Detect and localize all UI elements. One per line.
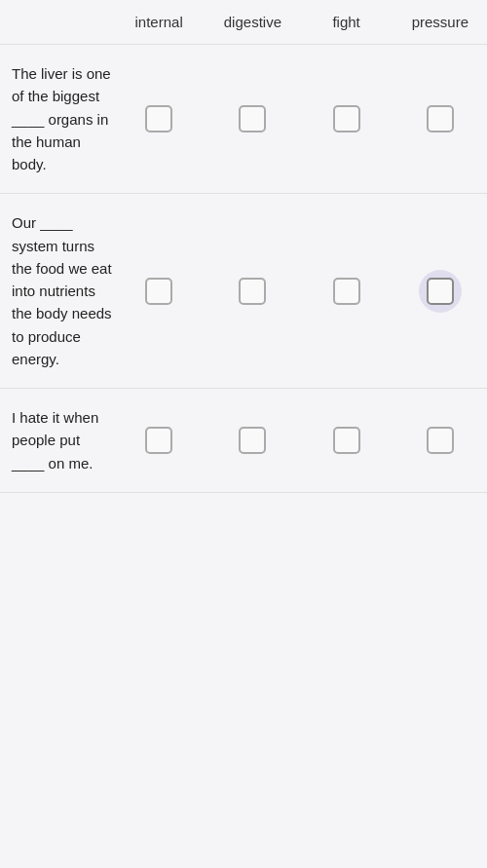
header-row: internaldigestivefightpressure — [0, 0, 487, 45]
question-row-q1: The liver is one of the biggest ____ org… — [0, 45, 487, 194]
checkbox-q3-fight[interactable] — [325, 419, 368, 462]
checkbox-inner-q1-pressure — [427, 105, 454, 132]
checkbox-inner-q1-internal — [145, 105, 172, 132]
checkbox-q2-internal[interactable] — [137, 270, 180, 313]
checkbox-inner-q2-pressure — [427, 278, 454, 305]
checkbox-q1-internal[interactable] — [137, 97, 180, 140]
checkbox-inner-q3-internal — [145, 427, 172, 454]
checkbox-q1-pressure[interactable] — [419, 97, 462, 140]
header-col-fight: fight — [300, 14, 393, 30]
question-row-q3: I hate it when people put ____ on me. — [0, 389, 487, 493]
header-col-internal: internal — [112, 14, 206, 30]
checkbox-q3-internal[interactable] — [137, 419, 180, 462]
checkbox-inner-q1-fight — [333, 105, 360, 132]
checkbox-inner-q3-fight — [333, 427, 360, 454]
question-text-q2: Our ____ system turns the food we eat in… — [12, 211, 112, 370]
options-row-q2 — [112, 270, 487, 313]
checkbox-q1-digestive[interactable] — [231, 97, 274, 140]
checkbox-inner-q2-digestive — [239, 278, 266, 305]
header-col-digestive: digestive — [206, 14, 299, 30]
checkbox-inner-q2-fight — [333, 278, 360, 305]
header-col-pressure: pressure — [393, 14, 487, 30]
checkbox-inner-q3-pressure — [427, 427, 454, 454]
checkbox-q3-digestive[interactable] — [231, 419, 274, 462]
question-text-q1: The liver is one of the biggest ____ org… — [12, 62, 112, 175]
question-text-q3: I hate it when people put ____ on me. — [12, 406, 112, 474]
checkbox-q1-fight[interactable] — [325, 97, 368, 140]
checkbox-inner-q1-digestive — [239, 105, 266, 132]
header-labels: internaldigestivefightpressure — [112, 14, 487, 30]
checkbox-q2-pressure[interactable] — [419, 270, 462, 313]
question-row-q2: Our ____ system turns the food we eat in… — [0, 194, 487, 389]
questions-container: The liver is one of the biggest ____ org… — [0, 45, 487, 493]
checkbox-inner-q2-internal — [145, 278, 172, 305]
options-row-q1 — [112, 97, 487, 140]
checkbox-q2-fight[interactable] — [325, 270, 368, 313]
checkbox-inner-q3-digestive — [239, 427, 266, 454]
checkbox-q3-pressure[interactable] — [419, 419, 462, 462]
checkbox-q2-digestive[interactable] — [231, 270, 274, 313]
options-row-q3 — [112, 419, 487, 462]
